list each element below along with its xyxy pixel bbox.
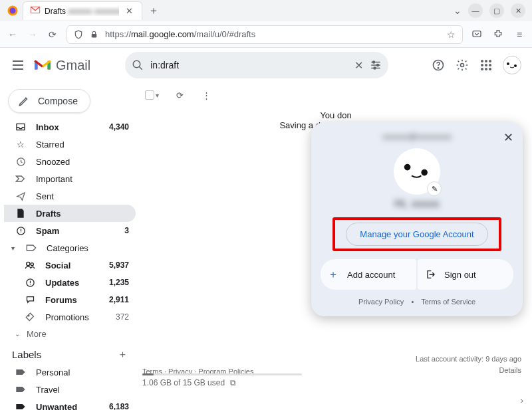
svg-point-31 [421,169,428,176]
main-menu-icon[interactable] [9,56,27,74]
popover-footer-links: Privacy Policy • Terms of Service [321,298,513,306]
settings-gear-icon[interactable] [455,58,469,72]
sidebar-item-label: Important [36,174,72,184]
terms-of-service-link[interactable]: Terms of Service [421,298,475,306]
sidebar-item-label: Updates [45,278,79,288]
url-bar[interactable]: https://mail.google.com/mail/u/0/#drafts… [66,25,463,44]
window-close-button[interactable]: ✕ [511,3,525,18]
svg-point-7 [373,61,375,63]
manage-account-button[interactable]: Manage your Google Account [346,223,487,246]
signout-icon [423,267,438,282]
sidebar-item-promotions[interactable]: Promotions 372 [4,308,136,326]
sidebar-item-count: 1,235 [109,278,129,287]
account-greeting: Hi, xxxxx [321,197,513,211]
bookmark-star-icon[interactable]: ☆ [447,29,456,40]
sidebar-item-sent[interactable]: Sent [4,187,136,205]
sidebar-item-label: Inbox [36,122,59,132]
sidebar-item-count: 3 [124,226,129,235]
search-icon[interactable] [132,59,144,71]
categories-icon [25,242,37,254]
open-external-icon[interactable]: ⧉ [230,378,236,387]
window-minimize-button[interactable]: — [468,3,483,18]
search-input[interactable] [150,60,348,70]
sent-icon [15,190,27,202]
svg-point-19 [481,68,483,70]
support-icon[interactable] [431,58,446,72]
gmail-logo[interactable]: Gmail [33,58,90,73]
svg-point-26 [27,262,30,265]
svg-point-15 [489,60,491,62]
storage-bar [142,373,302,375]
apps-grid-icon[interactable] [479,58,493,72]
more-actions-icon[interactable]: ⋮ [200,89,212,101]
refresh-button[interactable]: ⟳ [174,89,186,101]
sidebar-item-label: Snoozed [36,157,70,167]
nav-back-button[interactable]: ← [7,29,19,41]
sidebar-item-categories[interactable]: ▾ Categories [4,239,136,256]
gmail-header: Gmail ✕ [0,48,532,82]
svg-point-13 [481,60,483,62]
sidebar-item-spam[interactable]: Spam 3 [4,222,136,239]
svg-point-30 [404,164,411,171]
sidebar-label-personal[interactable]: Personal [4,363,136,381]
sidebar-item-label: Unwanted [36,402,77,411]
edit-avatar-icon[interactable]: ✎ [427,181,442,196]
add-account-button[interactable]: ＋ Add account [321,259,416,290]
svg-point-22 [507,62,509,65]
sidebar-item-updates[interactable]: Updates 1,235 [4,274,136,291]
sidebar-item-social[interactable]: Social 5,937 [4,256,136,274]
svg-point-14 [485,60,487,62]
tabs-dropdown-icon[interactable]: ⌄ [454,5,462,16]
select-all-checkbox[interactable]: ▾ [145,90,159,100]
search-bar[interactable]: ✕ [125,52,388,78]
sidebar-item-label: Forums [45,295,77,305]
browser-tab[interactable]: Drafts xxxxxx xxxxxxxxx ✕ [23,1,142,20]
sidebar-item-drafts[interactable]: Drafts [4,205,136,222]
sidebar-item-starred[interactable]: ☆ Starred [4,136,136,153]
mail-toolbar: ▾ ⟳ ⋮ [140,85,532,105]
account-avatar[interactable] [503,56,521,74]
svg-point-9 [374,67,376,69]
sidebar-item-snoozed[interactable]: Snoozed [4,153,136,170]
scroll-right-icon[interactable]: › [515,393,529,407]
search-options-icon[interactable] [370,59,382,71]
firefox-icon [7,5,19,17]
sidebar-item-label: Social [45,260,70,270]
browser-menu-icon[interactable]: ≡ [513,29,525,41]
storage-text: 1.06 GB of 15 GB used [142,378,225,387]
clear-search-icon[interactable]: ✕ [354,59,363,72]
details-link[interactable]: Details [416,365,521,376]
svg-point-16 [481,64,483,66]
sidebar-item-important[interactable]: Important [4,170,136,187]
sidebar-item-inbox[interactable]: Inbox 4,340 [4,118,136,136]
sidebar-item-label: Travel [36,385,60,395]
sidebar-item-label: Promotions [45,312,89,322]
new-tab-button[interactable]: ＋ [148,5,160,17]
sidebar-item-label: Spam [36,226,59,236]
tab-close-icon[interactable]: ✕ [123,5,135,17]
sidebar-label-unwanted[interactable]: Unwanted 6,183 [4,398,136,410]
chevron-down-icon: ⌄ [15,330,20,338]
add-label-button[interactable]: ＋ [118,348,128,361]
sign-out-button[interactable]: Sign out [418,259,513,290]
label-icon [15,383,27,395]
sidebar-item-label: More [27,329,47,339]
compose-button[interactable]: Compose [8,89,90,113]
sidebar-label-travel[interactable]: Travel [4,381,136,398]
promotions-icon [24,311,36,323]
compose-label: Compose [38,96,78,106]
sidebar-more[interactable]: ⌄ More [4,326,136,342]
extensions-icon[interactable] [492,29,504,41]
sidebar-item-label: Categories [47,243,88,253]
nav-bar: ← → ⟳ https://mail.google.com/mail/u/0/#… [0,21,532,48]
lock-icon [90,30,98,39]
svg-point-12 [461,64,464,67]
sidebar-item-forums[interactable]: Forums 2,911 [4,291,136,308]
nav-reload-button[interactable]: ⟳ [47,29,59,41]
window-maximize-button[interactable]: ▢ [489,3,504,18]
privacy-policy-link[interactable]: Privacy Policy [358,298,404,306]
popover-avatar: ✎ [394,148,440,195]
drafts-icon [15,207,27,219]
add-account-label: Add account [347,270,395,280]
pocket-icon[interactable] [471,29,483,41]
